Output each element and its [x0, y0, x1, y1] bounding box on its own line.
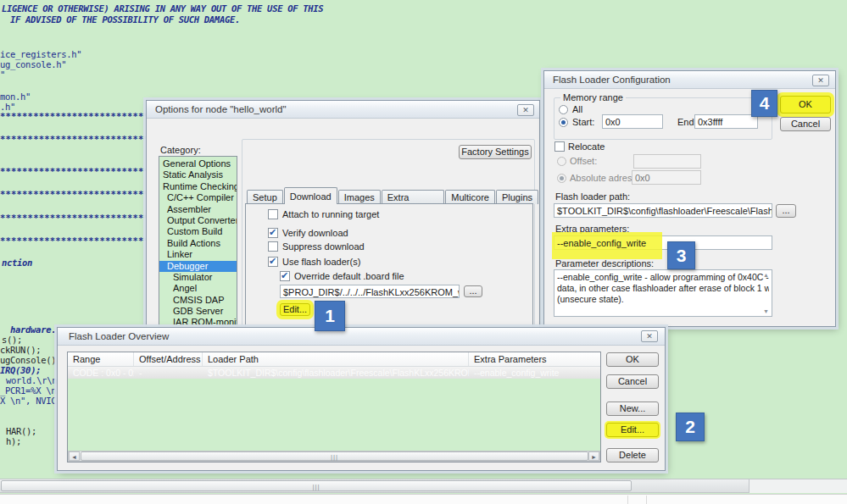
cell-offset: - — [134, 367, 203, 379]
scroll-left-icon[interactable]: ◄ — [69, 451, 80, 461]
category-label: Category: — [160, 145, 201, 155]
category-item-debugger-selected[interactable]: Debugger — [159, 261, 237, 272]
config-cancel-button[interactable]: Cancel — [780, 117, 831, 131]
use-flash-loader-checkbox[interactable] — [268, 257, 278, 267]
overview-cancel-button[interactable]: Cancel — [606, 374, 659, 389]
browse-loader-path-button[interactable]: ... — [776, 204, 796, 218]
column-header-extra[interactable]: Extra Parameters — [469, 352, 600, 366]
code-line: ug_console.h" — [0, 59, 66, 69]
close-icon[interactable]: ✕ — [812, 75, 829, 86]
category-item[interactable]: Linker — [159, 249, 237, 260]
annotation-step-1: 1 — [315, 301, 345, 331]
cell-loader-path: $TOOLKIT_DIR$\config\flashloader\Freesca… — [203, 367, 469, 379]
code-line: " — [0, 69, 5, 80]
offset-radio[interactable] — [557, 157, 566, 166]
tab-plugins[interactable]: Plugins — [496, 190, 538, 204]
loader-table-row[interactable]: CODE : 0x0 - 0x3ffff - $TOOLKIT_DIR$\con… — [68, 367, 600, 379]
category-item[interactable]: Runtime Checking — [159, 181, 237, 192]
tab-download[interactable]: Download — [284, 187, 337, 204]
code-line: _PCR1=%X \n — [0, 385, 56, 396]
memory-all-label: All — [572, 104, 582, 114]
editor-hscrollbar-thumb[interactable]: ||| — [1, 480, 632, 491]
absolute-address-input[interactable]: 0x0 — [632, 170, 701, 185]
options-tab-bar: Setup Download Images Extra Options Mult… — [247, 187, 539, 204]
category-item[interactable]: Simulator — [159, 272, 237, 283]
config-ok-button[interactable]: OK — [780, 96, 831, 114]
tab-multicore[interactable]: Multicore — [445, 190, 495, 204]
overview-new-button[interactable]: New... — [606, 402, 659, 416]
code-line: s(); — [2, 335, 22, 345]
offset-input[interactable] — [633, 154, 701, 169]
override-board-checkbox[interactable] — [280, 271, 290, 281]
override-board-label: Override default .board file — [294, 271, 404, 281]
absolute-address-radio[interactable] — [557, 174, 566, 183]
verify-checkbox[interactable] — [268, 228, 278, 238]
description-line: (unsecure state). — [557, 294, 769, 305]
close-icon[interactable]: ✕ — [641, 330, 658, 342]
status-divider — [646, 496, 647, 504]
flash-config-titlebar[interactable]: Flash Loader Configuration ✕ — [544, 71, 835, 89]
annotation-step-2: 2 — [676, 413, 705, 441]
attach-label: Attach to running target — [282, 209, 379, 219]
tab-images[interactable]: Images — [338, 190, 381, 204]
code-line: ckRUN(); — [0, 345, 41, 355]
category-item[interactable]: CMSIS DAP — [159, 295, 237, 306]
options-dialog-title: Options for node "hello_world" — [155, 104, 287, 114]
scroll-right-icon[interactable]: ► — [588, 451, 599, 461]
suppress-checkbox[interactable] — [268, 241, 278, 252]
browse-board-file-button[interactable]: ... — [464, 285, 482, 297]
category-item[interactable]: GDB Server — [159, 306, 237, 317]
loader-table: Range Offset/Address Loader Path Extra P… — [67, 352, 601, 462]
code-line: mon.h" — [0, 91, 31, 102]
code-line: IF ADVISED OF THE POSSIBILITY OF SUCH DA… — [10, 14, 240, 25]
category-item[interactable]: Static Analysis — [159, 169, 237, 180]
factory-settings-button[interactable]: Factory Settings — [459, 145, 532, 159]
loader-table-header: Range Offset/Address Loader Path Extra P… — [68, 352, 600, 367]
absolute-address-label: Absolute adress: — [570, 173, 639, 183]
category-item[interactable]: Custom Build — [159, 226, 237, 237]
table-hscrollbar[interactable]: ◄ ► ||| — [68, 451, 600, 462]
scroll-down-icon[interactable]: ▼ — [763, 308, 769, 314]
status-divider — [627, 496, 628, 504]
flash-loader-path-input[interactable]: $TOOLKIT_DIR$\config\flashloader\Freesca… — [554, 203, 772, 218]
annotation-step-4: 4 — [751, 90, 777, 117]
memory-all-radio[interactable] — [559, 105, 568, 114]
flash-overview-titlebar[interactable]: Flash Loader Overview ✕ — [58, 328, 665, 346]
column-header-range[interactable]: Range — [68, 352, 134, 366]
code-line: X \n", NVIC- — [0, 396, 61, 406]
category-item[interactable]: Assembler — [159, 204, 237, 215]
parameter-descriptions-box[interactable]: --enable_config_write - allow programmin… — [554, 269, 772, 317]
table-hscrollbar-thumb[interactable]: ||| — [81, 451, 588, 461]
end-address-input[interactable]: 0x3ffff — [694, 114, 758, 129]
close-icon[interactable]: ✕ — [517, 104, 534, 116]
overview-delete-button[interactable]: Delete — [606, 448, 659, 462]
scroll-up-icon[interactable]: ▲ — [763, 272, 769, 278]
use-flash-loader-label: Use flash loader(s) — [282, 257, 360, 267]
memory-start-radio[interactable] — [559, 118, 568, 127]
options-dialog-titlebar[interactable]: Options for node "hello_world" ✕ — [147, 101, 539, 119]
code-line: HAR(); — [6, 426, 36, 436]
flash-loader-path-label: Flash loader path: — [555, 191, 630, 202]
start-address-input[interactable]: 0x0 — [602, 114, 663, 129]
code-line: world.\r\n — [6, 375, 57, 385]
column-header-offset[interactable]: Offset/Address — [134, 352, 203, 366]
column-header-loader-path[interactable]: Loader Path — [203, 352, 469, 366]
overview-ok-button[interactable]: OK — [606, 352, 659, 367]
editor-hscrollbar[interactable]: ||| — [0, 479, 749, 493]
board-file-input[interactable]: $PROJ_DIR$/../../../FlashKLxx256KROM_wit… — [280, 285, 460, 298]
relocate-checkbox[interactable] — [554, 141, 565, 152]
verify-label: Verify download — [282, 228, 348, 238]
category-item[interactable]: C/C++ Compiler — [159, 192, 237, 203]
category-item[interactable]: Build Actions — [159, 238, 237, 249]
edit-board-file-button[interactable]: Edit... — [280, 303, 310, 316]
code-line: ugConsole() — [0, 355, 56, 365]
tab-extra-options[interactable]: Extra Options — [382, 190, 445, 204]
attach-checkbox[interactable] — [268, 209, 278, 219]
tab-setup[interactable]: Setup — [247, 190, 283, 204]
iar-workbench-screen: { "editor": { "stars": "****************… — [0, 0, 847, 504]
overview-edit-button[interactable]: Edit... — [606, 423, 659, 437]
category-item[interactable]: Output Converter — [159, 215, 237, 226]
category-item[interactable]: General Options — [159, 158, 237, 169]
category-item[interactable]: Angel — [159, 283, 237, 294]
extra-parameters-value: --enable_config_write — [557, 238, 646, 248]
